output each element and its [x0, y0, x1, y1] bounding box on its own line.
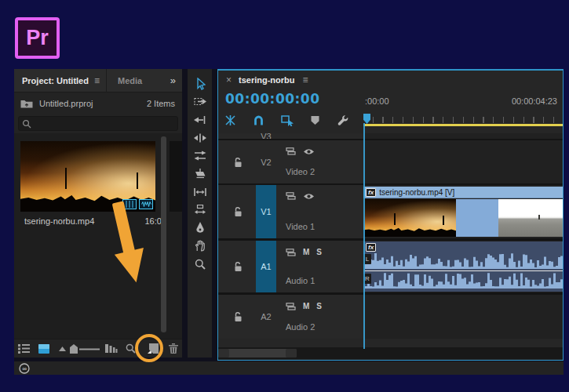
- ruler-start-label: :00:00: [365, 96, 389, 106]
- fx-badge[interactable]: fx: [366, 243, 376, 252]
- tools-panel: [188, 69, 212, 358]
- logo-text: Pr: [26, 26, 49, 50]
- fx-badge[interactable]: fx: [366, 188, 376, 197]
- scrollbar-handle[interactable]: [218, 349, 297, 358]
- snap-magnet-icon[interactable]: [253, 114, 264, 126]
- track-target-v3[interactable]: V3: [256, 133, 276, 139]
- audio-badge-icon[interactable]: [139, 199, 153, 209]
- track-content-a2[interactable]: [363, 295, 563, 339]
- mute-button[interactable]: M: [303, 302, 309, 310]
- timeline-horizontal-scrollbar[interactable]: [218, 347, 563, 359]
- track-header-v3: V3: [218, 133, 363, 139]
- track-content-v1: fx tsering-norbu.mp4 [V]: [363, 185, 563, 238]
- selection-tool[interactable]: [190, 74, 210, 93]
- sync-lock-icon[interactable]: [286, 147, 296, 155]
- ripple-edit-tool[interactable]: [190, 111, 210, 129]
- track-content-a1: fx L R: [363, 241, 563, 292]
- toggle-track-output-eye-icon[interactable]: [303, 148, 315, 155]
- zoom-tool[interactable]: [190, 255, 210, 273]
- track-header-a2: A2 M S Audio 2: [218, 295, 363, 339]
- hand-tool[interactable]: [190, 237, 210, 255]
- audio-channel-left: L: [363, 252, 563, 269]
- lock-icon[interactable]: [234, 207, 243, 217]
- audio-channel-right: R: [363, 272, 563, 289]
- tab-media[interactable]: Media: [107, 76, 153, 85]
- track-row-v3-partial: V3: [218, 133, 563, 139]
- antenna-silhouette: [137, 172, 138, 190]
- clip-thumbnail[interactable]: [20, 141, 155, 212]
- bin-up-icon[interactable]: [20, 99, 33, 108]
- item-count: 2 Items: [147, 99, 175, 108]
- audio-clip[interactable]: fx L R: [363, 241, 563, 292]
- clip-frame-thumbnail: [363, 199, 456, 237]
- work-area-bar[interactable]: [363, 124, 563, 126]
- lock-icon[interactable]: [234, 262, 243, 272]
- slip-tool[interactable]: [190, 183, 210, 201]
- slide-tool[interactable]: [190, 201, 210, 219]
- timeline-tab-label[interactable]: tsering-norbu: [239, 75, 295, 85]
- antenna-silhouette: [65, 168, 67, 189]
- zoom-out-slider-icon[interactable]: [54, 339, 71, 358]
- second-item-partial[interactable]: [170, 141, 182, 212]
- track-name-v1: Video 1: [286, 222, 315, 231]
- video-clip-header: fx tsering-norbu.mp4 [V]: [363, 187, 563, 198]
- track-target-a1[interactable]: A1: [256, 241, 276, 292]
- creative-cloud-icon[interactable]: ∞: [19, 363, 30, 374]
- project-items-area: tsering-norbu.mp4 16:02: [14, 133, 182, 339]
- video-badge-icon[interactable]: [122, 199, 137, 209]
- search-row: [14, 114, 182, 133]
- annotation-circle: [135, 334, 163, 362]
- sort-icons-button[interactable]: [101, 339, 120, 358]
- clear-trash-button[interactable]: [164, 339, 182, 358]
- list-view-button[interactable]: [14, 339, 33, 358]
- solo-button[interactable]: S: [316, 248, 322, 256]
- sync-lock-icon[interactable]: [286, 192, 296, 200]
- video-clip[interactable]: fx tsering-norbu.mp4 [V]: [363, 187, 563, 237]
- track-row-a1: A1 M S Audio 1 fx L: [218, 241, 563, 292]
- search-input[interactable]: [18, 116, 178, 131]
- time-ruler[interactable]: [363, 117, 563, 123]
- track-name-a2: Audio 2: [286, 322, 315, 332]
- track-select-forward-tool[interactable]: [190, 93, 210, 111]
- track-header-a1: A1 M S Audio 1: [218, 241, 363, 292]
- thumbnail-zoom-slider[interactable]: [70, 339, 101, 358]
- linked-selection-icon[interactable]: [281, 114, 294, 126]
- toggle-track-output-eye-icon[interactable]: [303, 193, 315, 200]
- playhead-timecode[interactable]: 00:00:00:00: [225, 91, 320, 107]
- track-target-v2[interactable]: V2: [256, 140, 276, 183]
- sync-lock-icon[interactable]: [286, 249, 296, 256]
- track-target-v1[interactable]: V1: [256, 185, 276, 238]
- timeline-tabbar: × tsering-norbu ≡: [218, 71, 563, 89]
- clip-name[interactable]: tsering-norbu.mp4: [24, 216, 94, 226]
- track-target-a2[interactable]: A2: [256, 295, 276, 339]
- icon-view-button[interactable]: [33, 339, 53, 358]
- channel-divider: [363, 270, 563, 271]
- lock-icon[interactable]: [234, 158, 243, 168]
- lock-icon[interactable]: [234, 312, 243, 322]
- mute-button[interactable]: M: [303, 248, 309, 256]
- timeline-settings-wrench-icon[interactable]: [337, 114, 348, 126]
- project-vertical-scrollbar[interactable]: [161, 136, 166, 332]
- track-row-v2: V2 Video 2: [218, 140, 563, 183]
- sync-lock-icon[interactable]: [286, 303, 296, 310]
- rate-stretch-tool[interactable]: [190, 147, 210, 165]
- panel-overflow-icon[interactable]: »: [170, 74, 182, 86]
- close-tab-icon[interactable]: ×: [218, 74, 239, 85]
- add-marker-icon[interactable]: [310, 115, 320, 125]
- track-content-v2[interactable]: [363, 140, 563, 183]
- premiere-pro-logo: Pr: [15, 17, 60, 59]
- project-panel: Project: Untitled ≡ Media » Untitled.prp…: [14, 69, 182, 358]
- track-header-v2: V2 Video 2: [218, 140, 363, 183]
- tab-project[interactable]: Project: Untitled: [14, 76, 89, 85]
- panel-menu-icon[interactable]: ≡: [89, 75, 106, 86]
- razor-tool[interactable]: [190, 165, 210, 183]
- timeline-toolbar: [224, 111, 358, 129]
- rolling-edit-tool[interactable]: [190, 129, 210, 147]
- solo-button[interactable]: S: [316, 302, 322, 310]
- playhead-line: [363, 123, 365, 349]
- timeline-panel-menu-icon[interactable]: ≡: [295, 74, 308, 85]
- track-row-v1: V1 Video 1 fx ts: [218, 185, 563, 238]
- pen-tool[interactable]: [190, 219, 210, 237]
- clip-frame-thumbnail-end: [498, 199, 563, 237]
- nest-toggle-icon[interactable]: [224, 114, 236, 126]
